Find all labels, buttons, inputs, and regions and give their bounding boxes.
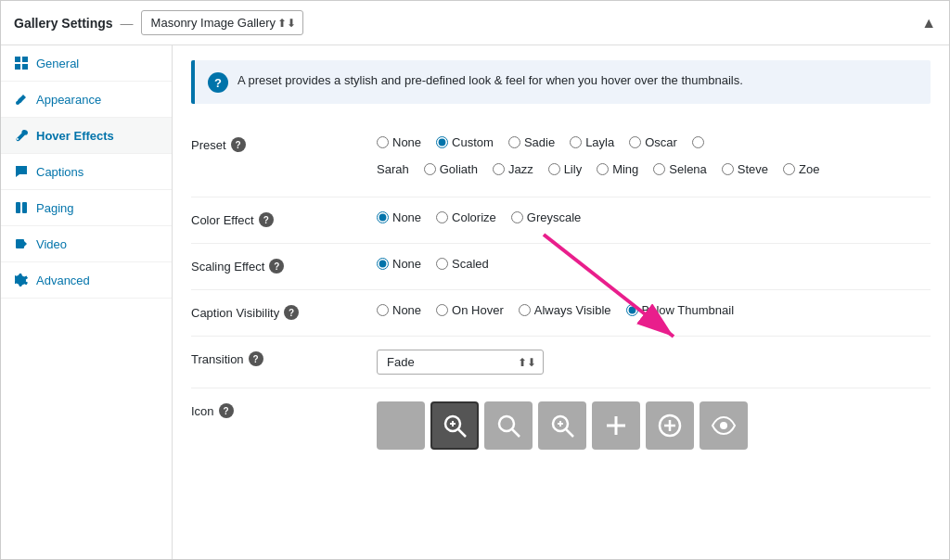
icon-plus[interactable]: [592, 401, 640, 450]
setting-row-icon: Icon ?: [191, 388, 931, 463]
svg-marker-8: [24, 241, 27, 247]
svg-point-15: [499, 416, 514, 431]
transition-help-icon[interactable]: ?: [249, 351, 263, 366]
transition-controls: Fade Slide Up Slide Down Slide Left Slid…: [377, 350, 931, 375]
preset-option-sadie[interactable]: Sadie: [508, 135, 555, 149]
scaling-effect-controls: None Scaled: [377, 257, 931, 276]
caption-visibility-below-thumbnail[interactable]: Below Thumbnail: [626, 303, 734, 317]
content-area: ? A preset provides a stylish and pre-de…: [173, 45, 949, 559]
sidebar-item-captions[interactable]: Captions: [1, 154, 172, 190]
caption-visibility-on-hover[interactable]: On Hover: [436, 303, 504, 317]
caption-visibility-controls: None On Hover Always Visible Below Thumb…: [377, 303, 931, 323]
sidebar-item-general[interactable]: General: [1, 45, 172, 82]
svg-point-4: [16, 101, 19, 105]
paging-icon: [14, 200, 29, 215]
sidebar-item-advanced[interactable]: Advanced: [1, 262, 172, 299]
collapse-button[interactable]: ▲: [921, 16, 936, 31]
panel-title: Gallery Settings: [14, 16, 113, 31]
scaling-effect-label: Scaling Effect ?: [191, 257, 358, 274]
sidebar: General Appearance Hover Effects: [1, 45, 173, 559]
caption-visibility-always-visible[interactable]: Always Visible: [519, 303, 611, 317]
svg-rect-3: [22, 64, 28, 70]
caption-visibility-none[interactable]: None: [377, 303, 421, 317]
icon-zoom-in[interactable]: [538, 401, 586, 450]
icon-help-icon[interactable]: ?: [219, 403, 234, 418]
preset-option-lily[interactable]: Lily: [548, 162, 583, 176]
scaling-effect-none[interactable]: None: [377, 257, 421, 271]
color-effect-colorize[interactable]: Colorize: [436, 210, 496, 224]
icon-picker: [377, 401, 748, 450]
preset-option-none[interactable]: None: [377, 135, 421, 149]
setting-row-transition: Transition ? Fade Slide Up Slide Down Sl…: [191, 337, 931, 388]
sidebar-item-paging[interactable]: Paging: [1, 190, 172, 226]
sidebar-item-video[interactable]: Video: [1, 226, 172, 262]
caption-visibility-label: Caption Visibility ?: [191, 303, 358, 320]
title-dash: —: [121, 16, 134, 31]
scaling-effect-scaled[interactable]: Scaled: [436, 257, 489, 271]
sidebar-label-advanced: Advanced: [36, 274, 90, 287]
icon-circle-plus[interactable]: [646, 401, 694, 450]
preset-option-zoe[interactable]: Zoe: [783, 162, 819, 176]
icon-label: Icon ?: [191, 401, 358, 418]
svg-rect-2: [15, 64, 20, 70]
svg-line-12: [458, 429, 466, 437]
color-effect-help-icon[interactable]: ?: [259, 212, 274, 227]
preset-option-ming[interactable]: Ming: [597, 162, 638, 176]
svg-point-27: [720, 422, 727, 429]
preset-option-layla[interactable]: Layla: [570, 135, 614, 149]
preset-option-sarah[interactable]: Sarah: [377, 162, 409, 176]
preset-row-3: Steve Zoe: [722, 162, 835, 182]
info-icon: ?: [208, 72, 228, 93]
icon-search[interactable]: [484, 401, 533, 450]
gear-icon: [14, 273, 29, 287]
svg-rect-7: [16, 239, 24, 248]
transition-select[interactable]: Fade Slide Up Slide Down Slide Left Slid…: [377, 350, 544, 375]
color-effect-label: Color Effect ?: [191, 210, 358, 227]
sidebar-label-appearance: Appearance: [36, 93, 101, 107]
preset-option-steve[interactable]: Steve: [722, 162, 768, 176]
main-layout: General Appearance Hover Effects: [1, 45, 949, 559]
svg-rect-0: [15, 57, 20, 62]
svg-rect-6: [22, 202, 27, 213]
color-effect-none[interactable]: None: [377, 210, 421, 224]
svg-line-16: [512, 429, 520, 437]
gallery-select[interactable]: Masonry Image Gallery Grid Image Gallery…: [141, 10, 303, 35]
preset-option-custom[interactable]: Custom: [436, 135, 494, 149]
info-box: ? A preset provides a stylish and pre-de…: [191, 60, 931, 104]
preset-option-oscar[interactable]: Oscar: [629, 135, 677, 149]
sidebar-item-appearance[interactable]: Appearance: [1, 82, 172, 118]
svg-line-18: [566, 429, 573, 437]
gallery-type-selector[interactable]: Masonry Image Gallery Grid Image Gallery…: [141, 10, 303, 35]
icon-eye[interactable]: [700, 401, 748, 450]
sidebar-label-hover-effects: Hover Effects: [36, 129, 114, 143]
icon-search-plus[interactable]: [430, 401, 479, 450]
color-effect-greyscale[interactable]: Greyscale: [511, 210, 582, 224]
color-effect-controls: None Colorize Greyscale: [377, 210, 931, 230]
sidebar-label-captions: Captions: [36, 165, 83, 179]
preset-label: Preset ?: [191, 135, 358, 152]
sidebar-label-general: General: [36, 57, 79, 70]
preset-row-2: Sarah Goliath Jazz Lily Ming: [377, 162, 722, 182]
info-text: A preset provides a stylish and pre-defi…: [238, 71, 743, 90]
video-icon: [14, 236, 29, 251]
scaling-effect-help-icon[interactable]: ?: [269, 259, 284, 274]
preset-help-icon[interactable]: ?: [231, 137, 246, 152]
sidebar-label-video: Video: [36, 237, 67, 251]
svg-rect-5: [16, 202, 20, 213]
transition-label: Transition ?: [191, 350, 358, 366]
preset-option-jazz[interactable]: Jazz: [493, 162, 533, 176]
icon-blank[interactable]: [377, 401, 425, 450]
svg-rect-1: [22, 57, 28, 62]
preset-option-goliath[interactable]: Goliath: [424, 162, 478, 176]
preset-row-1: None Custom Sadie Layla Oscar: [377, 135, 719, 155]
preset-controls: None Custom Sadie Layla Oscar: [377, 135, 931, 184]
sidebar-item-hover-effects[interactable]: Hover Effects: [1, 118, 172, 154]
top-bar: Gallery Settings — Masonry Image Gallery…: [1, 1, 949, 45]
transition-select-wrapper: Fade Slide Up Slide Down Slide Left Slid…: [377, 350, 544, 375]
sidebar-label-paging: Paging: [36, 201, 73, 215]
top-bar-left: Gallery Settings — Masonry Image Gallery…: [14, 10, 303, 35]
preset-option-sarah-radio[interactable]: [692, 135, 704, 149]
setting-row-preset: Preset ? None Custom Sadie: [191, 122, 931, 197]
caption-visibility-help-icon[interactable]: ?: [284, 305, 299, 320]
preset-option-selena[interactable]: Selena: [653, 162, 706, 176]
